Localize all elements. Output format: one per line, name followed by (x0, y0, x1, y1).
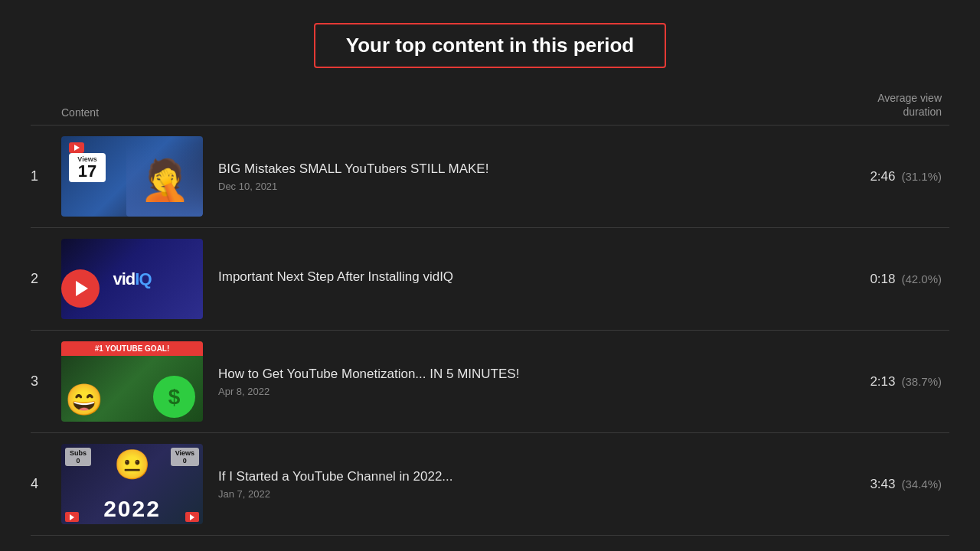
person-image: 😄 (65, 382, 103, 418)
row-date: Jan 7, 2022 (218, 488, 870, 500)
row-info: Important Next Step After Installing vid… (218, 269, 870, 289)
row-title: If I Started a YouTube Channel in 2022..… (218, 469, 870, 484)
row-thumbnail: #1 YOUTUBE GOAL! $ 😄 (61, 341, 203, 422)
person-image: 🤦 (126, 144, 203, 217)
row-title: BIG Mistakes SMALL YouTubers STILL MAKE! (218, 161, 870, 177)
duration-time: 0:18 (870, 272, 895, 287)
vidiq-logo: vidIQ (113, 269, 151, 289)
row-info: If I Started a YouTube Channel in 2022..… (218, 469, 870, 500)
row-thumbnail: vidIQ (61, 239, 203, 319)
subs-badge: Subs0 (65, 448, 91, 466)
row-rank: 1 (31, 168, 61, 184)
row-thumbnail: Subs0 😐 Views0 2022 (61, 444, 203, 524)
row-duration: 0:18 (42.0%) (870, 272, 949, 287)
person-image: 😐 (114, 448, 150, 481)
banner-text: #1 YOUTUBE GOAL! (61, 341, 203, 356)
row-rank: 4 (31, 476, 61, 492)
page-wrapper: Your top content in this period Content … (0, 0, 980, 551)
duration-time: 2:13 (870, 374, 895, 390)
row-rank: 3 (31, 373, 61, 390)
row-date: Apr 8, 2022 (218, 386, 870, 397)
duration-percent: (31.1%) (901, 170, 942, 183)
title-container: Your top content in this period (31, 23, 949, 68)
duration-percent: (42.0%) (901, 272, 942, 285)
year-text: 2022 (103, 496, 161, 522)
list-item[interactable]: 4 Subs0 😐 Views0 2022 If I Started a You… (31, 433, 949, 536)
list-item[interactable]: 1 Views 17 🤦 BIG Mistakes SMALL YouTuber… (31, 126, 949, 228)
youtube-icon-left (65, 512, 79, 522)
col-content-header: Content (31, 106, 99, 119)
page-title: Your top content in this period (346, 34, 635, 57)
row-duration: 3:43 (34.4%) (870, 477, 949, 492)
content-list: 1 Views 17 🤦 BIG Mistakes SMALL YouTuber… (31, 126, 949, 536)
youtube-icon-right (185, 512, 199, 522)
views-badge: Views 17 (69, 153, 106, 182)
youtube-icon (69, 142, 84, 153)
row-rank: 2 (31, 271, 61, 287)
row-duration: 2:13 (38.7%) (870, 374, 949, 390)
table-header: Content Average viewduration (31, 91, 949, 126)
duration-time: 2:46 (870, 169, 895, 184)
row-thumbnail: Views 17 🤦 (61, 136, 203, 217)
col-duration-header: Average viewduration (877, 91, 949, 119)
row-title: How to Get YouTube Monetization... IN 5 … (218, 367, 870, 382)
row-info: BIG Mistakes SMALL YouTubers STILL MAKE!… (218, 161, 870, 192)
row-info: How to Get YouTube Monetization... IN 5 … (218, 367, 870, 397)
duration-percent: (34.4%) (901, 478, 942, 491)
title-box: Your top content in this period (314, 23, 667, 68)
views-badge: Views0 (171, 448, 199, 466)
dollar-icon: $ (153, 376, 195, 418)
list-item[interactable]: 3 #1 YOUTUBE GOAL! $ 😄 How to Get YouTub… (31, 331, 949, 433)
row-date: Dec 10, 2021 (218, 181, 870, 192)
list-item[interactable]: 2 vidIQ Important Next Step After Instal… (31, 228, 949, 331)
row-duration: 2:46 (31.1%) (870, 169, 949, 184)
duration-percent: (38.7%) (901, 375, 942, 388)
row-title: Important Next Step After Installing vid… (218, 269, 870, 285)
duration-time: 3:43 (870, 477, 895, 492)
